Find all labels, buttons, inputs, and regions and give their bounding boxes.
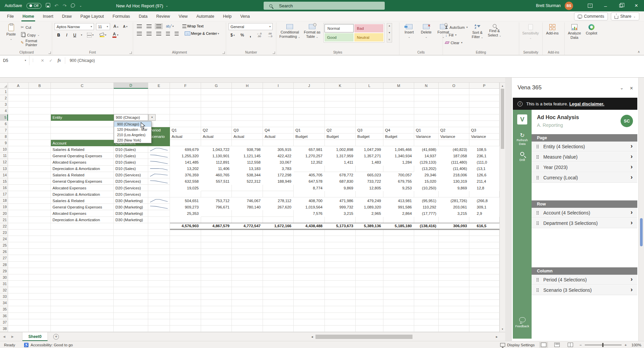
cancel-button[interactable]: ✕: [41, 58, 44, 63]
style-good[interactable]: Good: [325, 33, 354, 41]
shrink-font-button[interactable]: A▾: [122, 24, 129, 29]
row-header-20[interactable]: 20: [0, 210, 8, 216]
grid-cell[interactable]: 2,9: [469, 210, 499, 216]
grid-cell[interactable]: 422,422: [263, 153, 294, 159]
format-painter-button[interactable]: ✎Format Painter: [21, 39, 50, 46]
row-header-6[interactable]: 6: [0, 121, 8, 127]
grid-cell[interactable]: 413,981: [383, 197, 414, 204]
page-break-view-button[interactable]: [566, 342, 575, 348]
legal-disclaimer-link[interactable]: Legal disclaimer.: [569, 101, 605, 106]
grid-cell[interactable]: 9,869: [439, 185, 469, 191]
account-cell[interactable]: Depreciation & Amortization: [51, 166, 114, 172]
grid-cell[interactable]: 471,986: [325, 197, 356, 204]
grid-cell[interactable]: 538,344: [232, 172, 263, 178]
grid-cell[interactable]: 665,023: [356, 172, 383, 178]
row-header-7[interactable]: 7: [0, 127, 8, 134]
align-center-button[interactable]: [145, 31, 153, 36]
comments-button[interactable]: Comments: [574, 12, 608, 20]
drill-button[interactable]: Drill: [513, 152, 532, 162]
dimension-item-period[interactable]: Period (4 Selections)›: [532, 275, 637, 285]
redo-button[interactable]: ↷: [63, 3, 67, 8]
department-cell[interactable]: D10 (Sales): [114, 159, 148, 165]
dialog-launcher-icon[interactable]: [273, 52, 275, 54]
document-title[interactable]: New Ad Hoc Report (97)⌄: [116, 0, 168, 11]
zoom-slider[interactable]: [585, 345, 622, 345]
grid-cell[interactable]: 1,411: [325, 159, 356, 165]
grid-cell[interactable]: 3,215: [325, 210, 356, 216]
menu-tab-view[interactable]: View: [174, 11, 192, 21]
borders-button[interactable]: ▾: [86, 32, 95, 38]
grid-cell[interactable]: (111,480): [439, 159, 469, 165]
sheet-nav-right-icon[interactable]: ▶: [8, 335, 17, 338]
row-header-29[interactable]: 29: [0, 268, 8, 274]
grid-cell[interactable]: 25,353: [170, 210, 201, 216]
row-header-11[interactable]: 11: [0, 153, 8, 159]
row-header-1[interactable]: 1: [0, 89, 8, 95]
column-header-D[interactable]: D: [114, 83, 148, 89]
grid-cell[interactable]: 1,045,466: [383, 146, 414, 153]
grow-font-button[interactable]: A▴: [112, 24, 120, 29]
drag-handle-icon[interactable]: [536, 176, 539, 180]
restore-button[interactable]: [613, 0, 629, 11]
row-header-32[interactable]: 32: [0, 287, 8, 293]
scenario-header-cell[interactable]: Variance: [469, 134, 499, 140]
gallery-scroll[interactable]: ▲▼≡: [387, 23, 392, 42]
decrease-indent-button[interactable]: [165, 31, 171, 36]
total-cell[interactable]: 5,185,180: [383, 223, 414, 230]
select-all-corner[interactable]: [0, 83, 8, 89]
chevron-right-icon[interactable]: ›: [631, 275, 633, 283]
row-header-2[interactable]: 2: [0, 95, 8, 101]
grid-cell[interactable]: 632,558: [170, 178, 201, 185]
drag-handle-icon[interactable]: [536, 211, 539, 215]
grid-cell[interactable]: 522,312: [232, 178, 263, 185]
user-name[interactable]: Brett Sturman: [536, 3, 561, 8]
scenario-header-cell[interactable]: Variance: [414, 134, 439, 140]
menu-tab-draw[interactable]: Draw: [58, 11, 76, 21]
chevron-right-icon[interactable]: ›: [631, 163, 633, 170]
grid-cell[interactable]: 29,346: [414, 172, 439, 178]
row-header-5[interactable]: 5: [0, 114, 8, 121]
total-cell[interactable]: 5,389,136: [356, 223, 383, 230]
row-header-18[interactable]: 18: [0, 197, 8, 204]
addins-button[interactable]: Add-ins: [545, 23, 560, 36]
column-header-O[interactable]: O: [439, 83, 469, 89]
period-header-cell[interactable]: Q4: [383, 127, 414, 134]
grid-cell[interactable]: 8,774: [294, 185, 325, 191]
menu-tab-page-layout[interactable]: Page Layout: [76, 11, 108, 21]
column-header-C[interactable]: C: [51, 83, 114, 89]
sheet-nav-left-icon[interactable]: ◀: [0, 335, 8, 338]
grid-cell[interactable]: 1,284: [383, 159, 414, 165]
template-avatar[interactable]: SC: [621, 115, 633, 127]
vertical-scrollbar[interactable]: ▲ ▼: [499, 83, 505, 332]
fill-color-button[interactable]: ▾: [98, 32, 108, 38]
grid-cell[interactable]: 699,679: [170, 146, 201, 153]
period-header-cell[interactable]: Q1: [170, 127, 201, 134]
sheet-tab-active[interactable]: Sheet0: [22, 332, 48, 341]
grid-cell[interactable]: (129,133): [414, 159, 439, 165]
grid-cell[interactable]: 1,340,934: [383, 153, 414, 159]
column-header-L[interactable]: L: [356, 83, 383, 89]
chevron-right-icon[interactable]: ›: [631, 286, 633, 293]
menu-tab-insert[interactable]: Insert: [38, 11, 58, 21]
drag-handle-icon[interactable]: [536, 288, 539, 292]
add-sheet-button[interactable]: +: [53, 334, 59, 340]
grid-cell[interactable]: 126,6: [469, 172, 499, 178]
account-cell[interactable]: General Operating Expenses: [51, 204, 114, 210]
zoom-out-button[interactable]: −: [579, 343, 582, 347]
grid-cell[interactable]: 112,891: [201, 159, 232, 165]
dialog-launcher-icon[interactable]: [129, 52, 132, 54]
row-header-37[interactable]: 37: [0, 319, 8, 326]
account-cell[interactable]: Depreciation & Amortization: [51, 191, 114, 197]
grid-cell[interactable]: (266,8: [469, 197, 499, 204]
accessibility-status[interactable]: ♿Accessibility: Good to go: [24, 343, 73, 347]
grid-cell[interactable]: 657,981: [294, 146, 325, 153]
total-cell[interactable]: 4,867,579: [201, 223, 232, 230]
row-header-8[interactable]: 8: [0, 134, 8, 140]
row-header-15[interactable]: 15: [0, 178, 8, 185]
paste-button[interactable]: Paste⌄: [4, 23, 18, 42]
sort-filter-button[interactable]: AZSort &Filter ⌄: [470, 23, 485, 40]
column-header-J[interactable]: J: [294, 83, 325, 89]
entity-dropdown-value[interactable]: 900 (Chicago): [114, 114, 148, 121]
period-header-cell[interactable]: Q3: [356, 127, 383, 134]
chevron-right-icon[interactable]: ›: [631, 208, 633, 216]
